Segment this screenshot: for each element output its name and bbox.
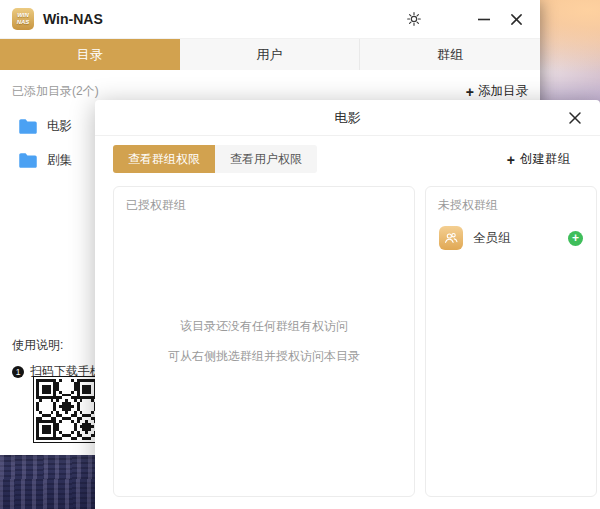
folder-icon — [18, 118, 38, 135]
directory-name: 剧集 — [47, 152, 72, 169]
qr-pattern — [36, 379, 97, 440]
create-group-label: 创建群组 — [520, 151, 570, 168]
add-directory-label: 添加目录 — [478, 83, 528, 100]
group-avatar-icon — [439, 226, 463, 250]
unauthorized-panel-title: 未授权群组 — [438, 197, 498, 214]
unauthorized-groups-panel: 未授权群组 全员组 + — [425, 186, 597, 497]
dialog-title: 电影 — [335, 109, 361, 127]
plus-icon: + — [466, 85, 474, 99]
plus-icon: + — [572, 232, 579, 244]
authorized-empty-state: 该目录还没有任何群组有权访问 可从右侧挑选群组并授权访问本目录 — [114, 187, 414, 496]
plus-icon: + — [507, 153, 515, 167]
empty-state-line1: 该目录还没有任何群组有权访问 — [180, 318, 348, 335]
usage-instructions: 使用说明: 1 扫码下载手机 — [12, 337, 102, 380]
tab-user-permissions[interactable]: 查看用户权限 — [215, 145, 317, 173]
tab-group-permissions[interactable]: 查看群组权限 — [113, 145, 215, 173]
empty-state-line2: 可从右侧挑选群组并授权访问本目录 — [168, 348, 360, 365]
folder-icon — [18, 152, 38, 169]
group-item-all-members: 全员组 + — [434, 219, 588, 257]
window-controls — [402, 7, 528, 31]
tab-directory[interactable]: 目录 — [0, 39, 180, 70]
directory-name: 电影 — [47, 118, 72, 135]
window-title: Win-NAS — [43, 11, 103, 27]
usage-title: 使用说明: — [12, 337, 102, 354]
dialog-tabbar: 查看群组权限 查看用户权限 — [113, 145, 317, 173]
app-logo-line1: WIN — [17, 12, 29, 19]
directory-count-label: 已添加目录(2个) — [12, 83, 99, 100]
create-group-button[interactable]: + 创建群组 — [507, 151, 570, 168]
add-group-to-authorized-button[interactable]: + — [568, 231, 583, 246]
close-dialog-icon[interactable] — [566, 109, 584, 127]
step-number-badge: 1 — [12, 366, 24, 378]
tab-groups[interactable]: 群组 — [360, 39, 540, 70]
group-name: 全员组 — [473, 230, 568, 247]
dialog-header: 电影 — [95, 100, 600, 136]
permissions-dialog: 电影 查看群组权限 查看用户权限 + 创建群组 已授权群组 该目录还没有任何群组… — [95, 100, 600, 509]
app-logo-line2: NAS — [17, 19, 30, 26]
add-directory-button[interactable]: + 添加目录 — [466, 83, 528, 100]
main-tabbar: 目录 用户 群组 — [0, 38, 540, 70]
settings-gear-icon[interactable] — [402, 7, 426, 31]
app-logo-icon: WIN NAS — [12, 8, 34, 30]
tab-users[interactable]: 用户 — [180, 39, 361, 70]
close-window-icon[interactable] — [504, 7, 528, 31]
authorized-groups-panel: 已授权群组 该目录还没有任何群组有权访问 可从右侧挑选群组并授权访问本目录 — [113, 186, 415, 497]
minimize-icon[interactable] — [472, 7, 496, 31]
qr-code — [33, 376, 100, 443]
titlebar: WIN NAS Win-NAS — [0, 0, 540, 38]
